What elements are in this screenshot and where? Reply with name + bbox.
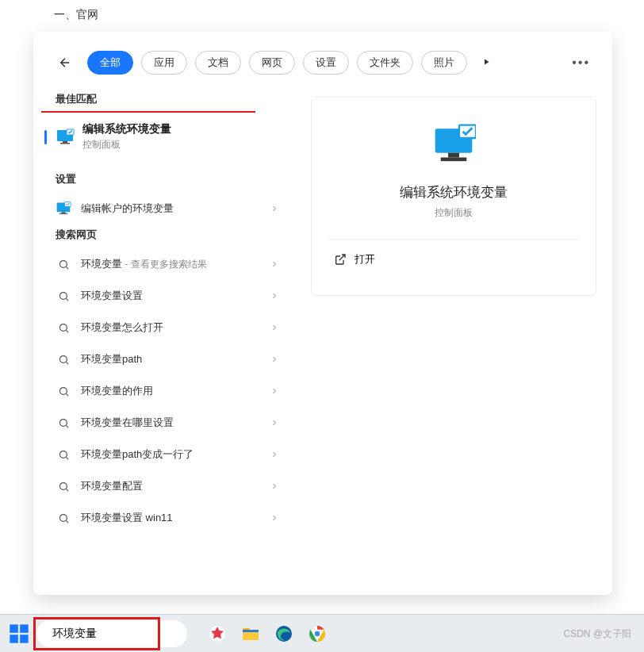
svg-rect-3 [60,143,70,144]
file-explorer-icon[interactable] [241,624,260,643]
search-icon [58,259,70,270]
search-input[interactable] [52,627,191,640]
search-results-panel: 全部 应用 文档 网页 设置 文件夹 照片 ••• 最佳匹配 编辑系统环境变量 … [33,32,612,595]
svg-point-8 [59,260,67,267]
svg-rect-29 [243,630,259,632]
svg-rect-19 [448,153,459,158]
open-external-icon [334,253,347,266]
svg-rect-22 [20,624,28,633]
svg-rect-2 [63,141,67,143]
svg-rect-23 [10,635,17,643]
search-icon [58,290,70,302]
search-icon [58,481,70,493]
open-label: 打开 [355,252,375,267]
chevron-right-icon [270,323,279,332]
taskbar-pinned-apps [208,624,327,643]
edge-browser-icon[interactable] [274,624,293,643]
settings-item[interactable]: 编辑帐户的环境变量 [33,193,295,224]
chevron-right-icon [270,204,279,213]
web-item-label: 环境变量在哪里设置 [81,416,270,430]
tab-folders[interactable]: 文件夹 [357,51,413,75]
svg-rect-24 [20,635,28,643]
tab-web[interactable]: 网页 [249,51,295,75]
tab-docs[interactable]: 文档 [195,51,241,75]
chevron-right-icon [270,513,279,523]
open-action[interactable]: 打开 [328,240,580,279]
doc-heading: 一、官网 [54,8,98,22]
web-search-item[interactable]: 环境变量的作用 [33,375,295,407]
detail-column: 编辑系统环境变量 控制面板 打开 [295,89,612,595]
web-search-item[interactable]: 环境变量在哪里设置 [33,407,295,439]
web-search-item[interactable]: 环境变量path变成一行了 [33,439,295,470]
section-search-web: 搜索网页 [33,224,295,248]
monitor-icon [56,128,75,147]
results-column: 最佳匹配 编辑系统环境变量 控制面板 设置 编辑帐户的环境变量 [33,89,295,595]
overflow-menu-button[interactable]: ••• [572,56,590,70]
filter-tabs-row: 全部 应用 文档 网页 设置 文件夹 照片 ••• [33,32,612,89]
arrow-left-icon [58,56,72,70]
tab-apps[interactable]: 应用 [141,51,187,75]
tab-all[interactable]: 全部 [87,51,133,75]
watermark: CSDN @文子阳 [563,627,631,641]
section-settings: 设置 [33,169,295,193]
tab-photos[interactable]: 照片 [421,51,467,75]
web-search-item[interactable]: 环境变量path [33,343,295,375]
search-icon [58,354,70,366]
detail-card: 编辑系统环境变量 控制面板 打开 [311,97,596,296]
web-search-item[interactable]: 环境变量怎么打开 [33,312,295,343]
svg-rect-21 [10,624,17,633]
best-match-title: 编辑系统环境变量 [82,122,171,136]
web-search-item[interactable]: 环境变量设置 [33,280,295,312]
background-document: 一、官网 [0,0,644,32]
svg-point-14 [59,451,67,458]
best-match-subtitle: 控制面板 [82,138,171,151]
app-icon-red[interactable] [208,624,227,643]
web-item-label: 环境变量配置 [81,479,270,493]
web-item-label: 环境变量 - 查看更多搜索结果 [81,257,270,271]
chrome-browser-icon[interactable] [308,624,327,643]
web-item-label: 环境变量设置 win11 [81,511,270,525]
panel-body: 最佳匹配 编辑系统环境变量 控制面板 设置 编辑帐户的环境变量 [33,89,612,595]
svg-point-35 [315,631,320,635]
search-icon [58,417,70,429]
web-item-label: 环境变量怎么打开 [81,320,270,335]
chevron-right-icon [270,291,279,301]
web-search-item[interactable]: 环境变量设置 win11 [33,502,295,534]
svg-point-9 [59,292,67,299]
search-icon [58,322,70,334]
svg-point-11 [59,355,67,362]
settings-item-label: 编辑帐户的环境变量 [81,201,270,216]
chevron-right-icon [270,355,279,364]
web-item-label: 环境变量path [81,352,270,366]
search-icon [58,449,70,461]
best-match-result[interactable]: 编辑系统环境变量 控制面板 [33,113,295,161]
detail-title: 编辑系统环境变量 [328,183,580,201]
monitor-icon [56,201,71,217]
tab-settings[interactable]: 设置 [303,51,349,75]
taskbar-search-box[interactable] [36,620,187,647]
monitor-icon [431,121,476,166]
chevron-right-icon [270,481,279,491]
detail-subtitle: 控制面板 [328,206,580,220]
chevron-right-icon [270,386,279,396]
svg-point-16 [59,514,67,521]
chevron-right-icon [270,450,279,459]
back-button[interactable] [56,53,75,72]
web-search-item[interactable]: 环境变量 - 查看更多搜索结果 [33,248,295,280]
play-icon [481,57,491,67]
web-item-label: 环境变量path变成一行了 [81,447,270,462]
svg-point-12 [59,387,67,394]
more-filters-button[interactable] [481,56,491,70]
chevron-right-icon [270,259,279,269]
start-button[interactable] [8,623,30,645]
section-best-match: 最佳匹配 [33,89,295,113]
svg-point-10 [59,324,67,331]
chevron-right-icon [270,418,279,428]
svg-rect-6 [62,212,66,213]
svg-point-15 [59,482,67,489]
ellipsis-icon: ••• [572,56,590,69]
web-item-label: 环境变量设置 [81,289,270,303]
svg-point-13 [59,419,67,426]
web-search-item[interactable]: 环境变量配置 [33,470,295,502]
taskbar: CSDN @文子阳 [0,614,644,652]
